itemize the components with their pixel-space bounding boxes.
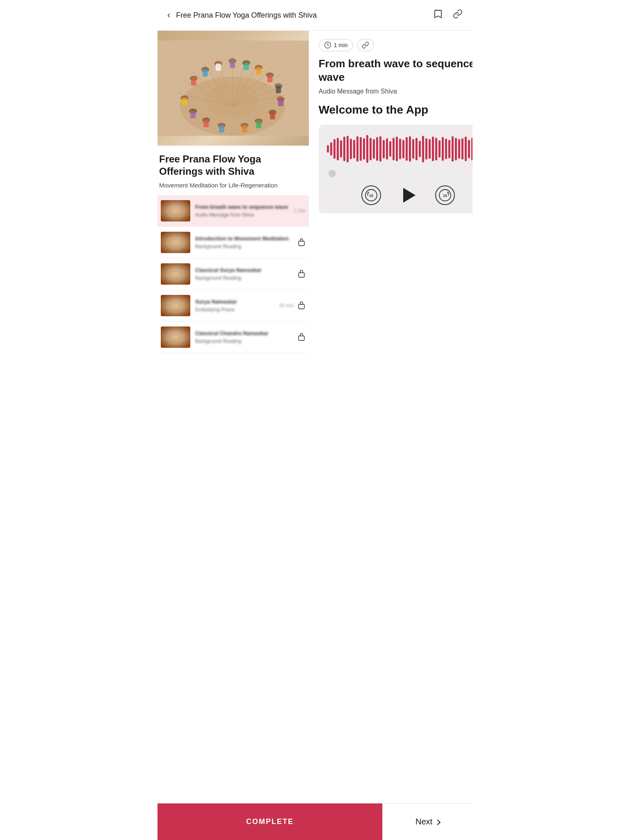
duration-label: 1 min	[334, 42, 348, 48]
back-button[interactable]: ‹	[166, 8, 172, 22]
lock-icon	[297, 300, 306, 311]
svg-rect-39	[219, 126, 224, 133]
link-badge[interactable]	[357, 39, 374, 51]
svg-point-56	[167, 301, 185, 313]
lesson-duration: 1 min	[293, 208, 305, 214]
svg-rect-54	[299, 273, 304, 277]
lesson-info: Classical Chandra NamaskarBackground Rea…	[195, 330, 297, 344]
waveform-bar	[445, 139, 447, 159]
waveform-bar	[455, 138, 457, 160]
svg-rect-31	[278, 99, 283, 106]
time-badge: 1 min	[319, 39, 353, 51]
welcome-title: Welcome to the App	[319, 103, 472, 116]
waveform-bar	[461, 138, 463, 160]
waveform-bar	[435, 138, 437, 160]
play-button[interactable]	[401, 188, 415, 203]
lesson-item[interactable]: Surya NamaskarEmbodying Prana40 min	[158, 290, 309, 322]
rewind-button[interactable]: 15	[361, 185, 381, 205]
lock-icon	[297, 332, 306, 343]
waveform-bar	[471, 138, 472, 160]
svg-rect-57	[299, 304, 304, 309]
waveform-bar	[409, 136, 411, 162]
waveform-bar	[402, 140, 404, 158]
lesson-type: Background Reading	[195, 275, 297, 281]
meta-row: 1 min	[319, 39, 472, 51]
waveform-bar	[340, 140, 342, 158]
lesson-thumbnail	[161, 232, 190, 253]
waveform-bar	[363, 138, 365, 160]
lesson-name: Classical Chandra Namaskar	[195, 330, 297, 337]
course-title: Free Prana Flow Yoga Offerings with Shiv…	[158, 146, 309, 180]
svg-rect-27	[267, 75, 273, 82]
svg-rect-25	[256, 68, 261, 75]
svg-text:15: 15	[443, 194, 447, 198]
svg-point-48	[167, 207, 185, 218]
link-button[interactable]	[451, 7, 464, 23]
forward-icon: 15	[435, 185, 455, 205]
svg-point-50	[167, 238, 185, 250]
rewind-svg: 15	[365, 189, 378, 202]
waveform-bar	[337, 138, 339, 160]
lesson-thumbnail	[161, 295, 190, 316]
waveform-bar	[429, 139, 431, 159]
bookmark-button[interactable]	[431, 7, 445, 23]
waveform-bar	[366, 135, 368, 163]
waveform-bar	[370, 138, 372, 160]
forward-button[interactable]: 15	[435, 185, 455, 205]
waveform-bar	[419, 141, 421, 157]
link-icon	[453, 9, 463, 19]
waveform-bar	[452, 136, 454, 162]
lesson-type: Background Reading	[195, 244, 297, 249]
waveform-bar	[448, 140, 450, 158]
waveform-bar	[350, 139, 352, 159]
waveform-bar	[386, 138, 388, 160]
rewind-icon: 15	[361, 185, 381, 205]
link-badge-icon	[362, 41, 369, 49]
lesson-meta	[297, 269, 306, 280]
lesson-item[interactable]: Classical Surya NamaskarBackground Readi…	[158, 258, 309, 290]
svg-rect-29	[276, 86, 281, 93]
svg-rect-33	[270, 112, 275, 119]
lesson-type: Audio Message from Shiva	[195, 212, 293, 218]
svg-rect-23	[244, 63, 249, 70]
audio-label: Audio Message from Shiva	[319, 88, 472, 95]
svg-text:15: 15	[369, 194, 373, 198]
waveform-bar	[327, 145, 329, 153]
header-title: Free Prana Flow Yoga Offerings with Shiv…	[176, 11, 317, 20]
lesson-item[interactable]: Introduction to Movement MeditationBackg…	[158, 227, 309, 258]
waveform-bar	[442, 137, 444, 161]
waveform-bar	[389, 141, 391, 157]
waveform-bar	[422, 136, 424, 162]
svg-rect-15	[191, 78, 196, 86]
lesson-title: From breath wave to sequence wave	[319, 57, 472, 84]
svg-rect-51	[299, 241, 304, 246]
waveform-bar	[353, 140, 355, 158]
lesson-item[interactable]: From breath wave to sequence waveAudio M…	[158, 195, 309, 227]
waveform-bar	[343, 137, 345, 161]
waveform-bar	[347, 136, 349, 162]
lesson-thumbnail	[161, 200, 190, 221]
waveform-bar	[412, 139, 414, 159]
header-left: ‹ Free Prana Flow Yoga Offerings with Sh…	[166, 8, 317, 22]
lesson-meta: 1 min	[293, 208, 305, 214]
course-subtitle: Movement Meditation for Life-Regeneratio…	[158, 180, 309, 195]
lesson-info: Surya NamaskarEmbodying Prana	[195, 299, 279, 313]
svg-rect-35	[256, 121, 261, 128]
waveform-bar	[468, 140, 470, 158]
lesson-info: From breath wave to sequence waveAudio M…	[195, 204, 293, 218]
lesson-meta	[297, 332, 306, 343]
svg-rect-45	[182, 98, 187, 105]
svg-point-53	[167, 270, 185, 281]
progress-dot	[329, 170, 336, 177]
waveform-bar	[438, 140, 441, 158]
right-column: 1 min From breath wave to sequence wave …	[309, 31, 472, 221]
main-content: Free Prana Flow Yoga Offerings with Shiv…	[158, 31, 472, 353]
lesson-info: Classical Surya NamaskarBackground Readi…	[195, 267, 297, 281]
svg-rect-43	[190, 111, 196, 119]
lesson-name: Introduction to Movement Meditation	[195, 235, 297, 242]
header: ‹ Free Prana Flow Yoga Offerings with Sh…	[158, 0, 472, 31]
waveform-bar	[356, 136, 358, 162]
left-column: Free Prana Flow Yoga Offerings with Shiv…	[158, 31, 309, 353]
lesson-list: From breath wave to sequence waveAudio M…	[158, 195, 309, 353]
lesson-item[interactable]: Classical Chandra NamaskarBackground Rea…	[158, 322, 309, 353]
